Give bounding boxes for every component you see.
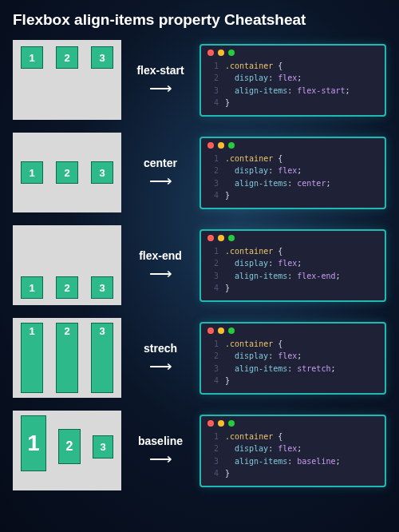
code-line: 1.container { xyxy=(207,245,378,258)
window-dot-icon xyxy=(228,420,235,427)
code-text: align-items: flex-start; xyxy=(225,85,350,97)
line-number: 2 xyxy=(207,72,219,85)
code-text: align-items: center; xyxy=(225,177,330,190)
code-text: } xyxy=(225,97,230,109)
window-dot-icon xyxy=(207,328,214,334)
demo-box: 1 xyxy=(21,323,43,393)
code-text: display: flex; xyxy=(225,257,302,270)
demo-box: 2 xyxy=(56,276,78,299)
code-line: 3align-items: center; xyxy=(207,177,378,190)
line-number: 3 xyxy=(207,363,219,375)
code-line: 4} xyxy=(207,467,378,480)
code-text: .container { xyxy=(225,431,282,443)
arrow-icon: ⟶ xyxy=(129,80,192,96)
cheatsheet-row: 123baseline⟶1.container {2display: flex;… xyxy=(13,411,386,490)
line-number: 2 xyxy=(207,443,219,455)
code-line: 3align-items: flex-end; xyxy=(207,270,378,283)
line-number: 3 xyxy=(207,177,219,190)
line-number: 4 xyxy=(207,189,219,202)
line-number: 4 xyxy=(207,467,219,480)
flex-demo: 123 xyxy=(13,40,121,120)
code-line: 4} xyxy=(207,282,378,295)
demo-box: 1 xyxy=(21,161,43,184)
demo-box: 3 xyxy=(91,323,113,393)
arrow-icon: ⟶ xyxy=(129,451,192,466)
line-number: 1 xyxy=(207,60,219,73)
code-text: align-items: baseline; xyxy=(225,455,340,468)
property-label: flex-start xyxy=(129,64,192,77)
property-label: flex-end xyxy=(129,249,192,262)
code-text: align-items: stretch; xyxy=(225,363,335,375)
window-dot-icon xyxy=(218,328,224,334)
flex-demo: 123 xyxy=(13,225,121,305)
flex-demo: 123 xyxy=(13,411,121,490)
line-number: 3 xyxy=(207,270,219,283)
window-dot-icon xyxy=(207,235,214,241)
code-block: 1.container {2display: flex;3align-items… xyxy=(200,229,386,302)
cheatsheet-row: 123flex-end⟶1.container {2display: flex;… xyxy=(13,225,386,305)
demo-box: 1 xyxy=(21,46,43,69)
line-number: 2 xyxy=(207,165,219,177)
code-line: 4} xyxy=(207,97,378,109)
label-column: baseline⟶ xyxy=(129,435,192,466)
demo-box: 3 xyxy=(91,161,113,184)
code-line: 1.container { xyxy=(207,338,378,351)
flex-demo: 123 xyxy=(13,318,121,398)
window-dot-icon xyxy=(207,142,214,149)
line-number: 1 xyxy=(207,431,219,443)
window-dots xyxy=(207,50,378,56)
window-dots xyxy=(207,328,378,334)
code-line: 4} xyxy=(207,189,378,202)
code-line: 2display: flex; xyxy=(207,72,378,85)
label-column: strech⟶ xyxy=(129,342,192,374)
code-block: 1.container {2display: flex;3align-items… xyxy=(200,415,386,487)
line-number: 2 xyxy=(207,257,219,270)
window-dot-icon xyxy=(218,420,224,427)
window-dot-icon xyxy=(207,50,214,56)
code-text: .container { xyxy=(225,338,282,351)
code-line: 2display: flex; xyxy=(207,165,378,177)
cheatsheet-row: 123flex-start⟶1.container {2display: fle… xyxy=(13,40,386,120)
line-number: 3 xyxy=(207,455,219,468)
code-text: } xyxy=(225,375,230,387)
code-text: .container { xyxy=(225,245,282,258)
line-number: 1 xyxy=(207,153,219,165)
demo-box: 3 xyxy=(91,46,113,69)
code-line: 3align-items: baseline; xyxy=(207,455,378,468)
label-column: flex-start⟶ xyxy=(129,64,192,96)
demo-box: 1 xyxy=(21,415,46,471)
window-dot-icon xyxy=(228,142,235,149)
demo-box: 2 xyxy=(56,161,78,184)
window-dots xyxy=(207,420,378,427)
arrow-icon: ⟶ xyxy=(129,265,192,281)
code-line: 2display: flex; xyxy=(207,350,378,363)
line-number: 4 xyxy=(207,97,219,109)
line-number: 4 xyxy=(207,282,219,295)
code-block: 1.container {2display: flex;3align-items… xyxy=(200,44,386,117)
demo-box: 2 xyxy=(56,46,78,69)
flex-demo: 123 xyxy=(13,133,121,212)
property-label: center xyxy=(129,157,192,169)
code-text: } xyxy=(225,189,230,202)
code-block: 1.container {2display: flex;3align-items… xyxy=(200,322,386,395)
code-text: align-items: flex-end; xyxy=(225,270,340,283)
cheatsheet-row: 123strech⟶1.container {2display: flex;3a… xyxy=(13,318,386,398)
code-text: .container { xyxy=(225,60,282,73)
code-line: 3align-items: stretch; xyxy=(207,363,378,375)
window-dot-icon xyxy=(218,142,224,149)
line-number: 2 xyxy=(207,350,219,363)
window-dot-icon xyxy=(228,50,235,56)
window-dots xyxy=(207,235,378,241)
label-column: center⟶ xyxy=(129,157,192,189)
property-label: baseline xyxy=(129,435,192,447)
window-dot-icon xyxy=(228,328,235,334)
window-dot-icon xyxy=(218,235,224,241)
code-line: 2display: flex; xyxy=(207,257,378,270)
code-line: 3align-items: flex-start; xyxy=(207,85,378,97)
code-text: } xyxy=(225,467,230,480)
window-dot-icon xyxy=(228,235,235,241)
code-text: display: flex; xyxy=(225,443,302,455)
rows-container: 123flex-start⟶1.container {2display: fle… xyxy=(13,40,386,490)
window-dot-icon xyxy=(218,50,224,56)
cheatsheet-row: 123center⟶1.container {2display: flex;3a… xyxy=(13,133,386,212)
